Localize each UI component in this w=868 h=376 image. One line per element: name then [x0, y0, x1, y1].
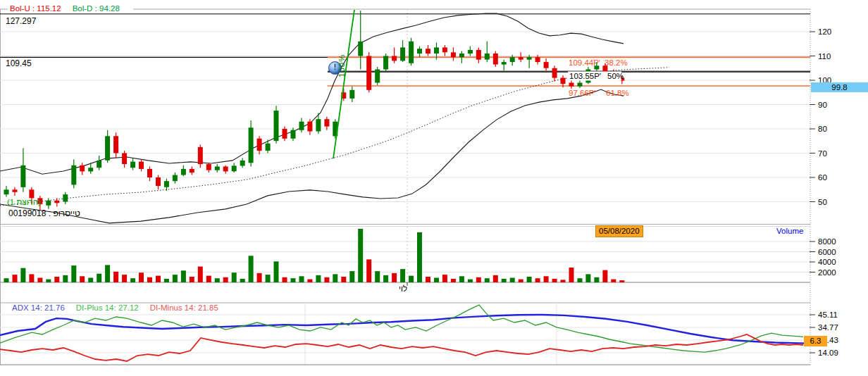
candle-body[interactable]: [527, 57, 532, 60]
candle-body[interactable]: [493, 54, 498, 65]
candle-body[interactable]: [417, 49, 422, 54]
volume-bar: [561, 280, 566, 282]
candle-body[interactable]: [366, 56, 371, 90]
candle-body[interactable]: [4, 189, 9, 194]
candle-body[interactable]: [535, 57, 540, 62]
candle-body[interactable]: [54, 201, 59, 203]
candle-body[interactable]: [71, 165, 76, 185]
candle-body[interactable]: [20, 165, 25, 187]
candle-body[interactable]: [307, 122, 312, 132]
candle-body[interactable]: [552, 68, 557, 78]
adx-value-tag: 6.3: [804, 336, 827, 346]
candle-body[interactable]: [349, 90, 354, 99]
candle-body[interactable]: [400, 47, 405, 61]
candle-body[interactable]: [502, 62, 507, 65]
candle-body[interactable]: [232, 165, 237, 171]
volume-bar: [358, 229, 363, 282]
candle-body[interactable]: [173, 175, 178, 182]
candle-body[interactable]: [274, 111, 279, 141]
volume-panel-title: Volume: [776, 227, 803, 236]
volume-bar: [426, 277, 430, 282]
candle-body[interactable]: [249, 127, 254, 163]
candle-body[interactable]: [283, 129, 287, 139]
date-tag: 05/08/2020: [595, 225, 643, 237]
candle-body[interactable]: [13, 189, 18, 192]
candle-body[interactable]: [122, 153, 127, 165]
candle-body[interactable]: [485, 54, 490, 60]
candle-body[interactable]: [426, 49, 430, 54]
main-level-label: 109.45: [6, 59, 32, 68]
candle-body[interactable]: [299, 122, 304, 130]
volume-bar: [383, 275, 388, 282]
volume-bar: [578, 278, 583, 282]
volume-bar: [156, 276, 161, 282]
candle-body[interactable]: [602, 65, 607, 72]
candle-body[interactable]: [578, 83, 583, 87]
candle-body[interactable]: [510, 57, 515, 62]
candle-body[interactable]: [139, 162, 144, 169]
candle-body[interactable]: [164, 181, 169, 187]
candle-body[interactable]: [544, 62, 549, 68]
candle-body[interactable]: [88, 168, 93, 171]
candle-body[interactable]: [215, 167, 220, 170]
candle-body[interactable]: [375, 70, 380, 83]
bollinger-legend: Bol-U : 115.12Bol-D : 94.28: [8, 4, 133, 13]
candle-body[interactable]: [46, 201, 51, 206]
volume-bar: [139, 272, 144, 282]
candle-body[interactable]: [113, 136, 118, 153]
candle-body[interactable]: [451, 52, 456, 57]
candle-body[interactable]: [434, 47, 439, 54]
candle-body[interactable]: [240, 161, 245, 166]
bollinger-lower-band: [0, 89, 624, 223]
candle-body[interactable]: [80, 165, 85, 172]
candle-body[interactable]: [324, 119, 329, 126]
candle-body[interactable]: [291, 130, 296, 139]
y-axis-tick-label: 80: [818, 125, 827, 133]
candle-body[interactable]: [97, 161, 101, 168]
volume-bar: [257, 273, 262, 282]
candle-body[interactable]: [190, 169, 194, 173]
candle-body[interactable]: [442, 47, 447, 52]
candle-body[interactable]: [383, 56, 388, 70]
candle-body[interactable]: [316, 119, 321, 131]
volume-bar: [485, 278, 490, 282]
volume-bar: [173, 275, 178, 282]
volume-bar: [400, 269, 405, 282]
instrument-label: 00199018 : פורסייט: [8, 209, 80, 218]
volume-bar: [459, 276, 464, 282]
candle-body[interactable]: [206, 164, 211, 170]
candle-body[interactable]: [459, 54, 464, 57]
candle-body[interactable]: [198, 147, 203, 164]
candle-body[interactable]: [147, 169, 152, 177]
volume-bar: [291, 278, 296, 282]
volume-bar: [324, 277, 329, 282]
y-axis-tick-label: 60: [818, 173, 827, 182]
volume-bar: [46, 280, 51, 282]
volume-bar: [274, 261, 279, 282]
candle-body[interactable]: [29, 189, 34, 198]
y-axis-tick-label: 34.77: [818, 323, 838, 332]
candle-body[interactable]: [468, 50, 473, 54]
fib-382-pct-label: 38.2%: [604, 58, 628, 67]
candle-body[interactable]: [358, 42, 363, 56]
volume-bar: [527, 277, 532, 282]
candle-body[interactable]: [476, 50, 481, 60]
volume-bar: [611, 280, 616, 282]
candle-body[interactable]: [569, 83, 574, 87]
candle-body[interactable]: [105, 136, 110, 161]
candle-body[interactable]: [519, 57, 523, 60]
candle-body[interactable]: [392, 56, 397, 61]
candle-body[interactable]: [594, 65, 599, 69]
candle-body[interactable]: [181, 169, 186, 175]
candle-body[interactable]: [409, 42, 414, 63]
chart-canvas[interactable]: 109.44P'38.2%103.55P'50%97.66P'61.8%1201…: [0, 0, 868, 376]
candle-body[interactable]: [156, 177, 161, 186]
candle-body[interactable]: [63, 194, 68, 201]
candle-body[interactable]: [130, 162, 135, 168]
candle-body[interactable]: [266, 144, 271, 151]
candle-body[interactable]: [223, 167, 228, 172]
candle-body[interactable]: [257, 139, 262, 151]
y-axis-tick-label: 45.11: [818, 311, 838, 319]
fib-100pct-label: 100%: [337, 45, 346, 77]
candle-body[interactable]: [561, 78, 566, 84]
